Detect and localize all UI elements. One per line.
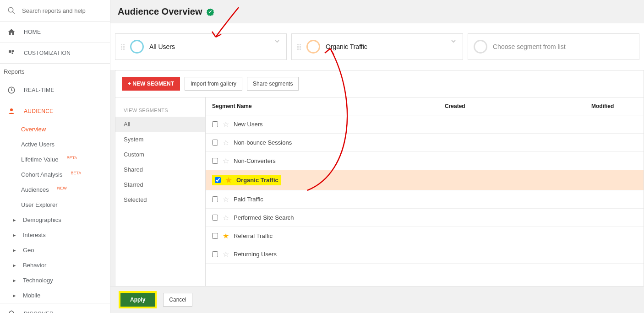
- segment-row[interactable]: ☆Performed Site Search: [206, 209, 644, 227]
- segment-name: New Users: [234, 121, 263, 128]
- svg-point-0: [8, 7, 13, 12]
- col-created: Created: [445, 103, 591, 109]
- new-segment-button[interactable]: + NEW SEGMENT: [122, 77, 180, 91]
- segment-checkbox[interactable]: [212, 121, 218, 127]
- sidebar-item-geo[interactable]: ▸Geo: [0, 243, 110, 258]
- nav-customization[interactable]: CUSTOMIZATION: [0, 43, 110, 64]
- filter-system[interactable]: System: [115, 132, 205, 147]
- segment-name: Organic Traffic: [236, 177, 278, 183]
- star-icon[interactable]: ☆: [223, 250, 229, 259]
- sidebar-item-technology[interactable]: ▸Technology: [0, 273, 110, 288]
- nav-discover[interactable]: DISCOVER: [0, 303, 110, 313]
- sidebar-item-overview[interactable]: Overview: [0, 122, 110, 137]
- nav-home[interactable]: HOME: [0, 22, 110, 43]
- nav-home-label: HOME: [24, 29, 41, 35]
- nav-audience[interactable]: AUDIENCE: [0, 101, 110, 122]
- audience-sublist: OverviewActive UsersLifetime ValueBETACo…: [0, 122, 110, 303]
- star-icon[interactable]: ★: [223, 232, 229, 240]
- sidebar-item-label: Active Users: [21, 141, 55, 148]
- segment-row[interactable]: ★Organic Traffic: [206, 170, 644, 190]
- star-icon[interactable]: ★: [225, 176, 232, 184]
- footer-actions: Apply Cancel: [110, 286, 644, 313]
- segment-checkbox[interactable]: [212, 140, 218, 146]
- segment-card-choose[interactable]: Choose segment from list: [468, 33, 639, 60]
- segment-row[interactable]: ★Referral Traffic: [206, 227, 644, 245]
- segment-row[interactable]: ☆New Users: [206, 115, 644, 134]
- cancel-button[interactable]: Cancel: [163, 293, 192, 307]
- sidebar-item-demographics[interactable]: ▸Demographics: [0, 212, 110, 227]
- caret-right-icon: ▸: [12, 247, 16, 254]
- caret-right-icon: ▸: [12, 292, 16, 299]
- segment-row[interactable]: ☆Non-Converters: [206, 152, 644, 170]
- segment-label: All Users: [149, 43, 175, 50]
- svg-rect-4: [12, 53, 13, 54]
- main: Audience Overview All Users: [110, 0, 644, 313]
- drag-handle-icon: [297, 44, 302, 50]
- sidebar-item-label: Behavior: [23, 262, 46, 269]
- segment-panel: + NEW SEGMENT Import from gallery Share …: [115, 70, 644, 286]
- segment-checkbox[interactable]: [212, 233, 218, 239]
- segment-card-all-users[interactable]: All Users: [115, 33, 287, 60]
- segment-label: Organic Traffic: [326, 43, 367, 50]
- chevron-down-icon: [273, 38, 281, 45]
- caret-right-icon: ▸: [12, 216, 16, 223]
- segment-checkbox[interactable]: [215, 177, 221, 183]
- segment-row[interactable]: ☆Returning Users: [206, 245, 644, 264]
- segment-checkbox[interactable]: [212, 251, 218, 257]
- sidebar-item-user-explorer[interactable]: User Explorer: [0, 197, 110, 212]
- col-segment-name: Segment Name: [212, 103, 445, 109]
- star-icon[interactable]: ☆: [223, 138, 229, 147]
- apply-highlight: Apply: [119, 291, 157, 308]
- search-input[interactable]: [22, 7, 103, 14]
- sidebar-item-mobile[interactable]: ▸Mobile: [0, 288, 110, 303]
- segment-circle-icon: [306, 40, 320, 54]
- star-icon[interactable]: ☆: [223, 120, 229, 129]
- segment-circle-icon: [474, 40, 487, 54]
- drag-handle-icon: [121, 44, 126, 50]
- star-icon[interactable]: ☆: [223, 195, 229, 204]
- segment-name: Referral Traffic: [234, 232, 273, 239]
- sidebar-item-label: Overview: [21, 126, 46, 133]
- sidebar-item-cohort-analysis[interactable]: Cohort AnalysisBETA: [0, 167, 110, 182]
- segment-row[interactable]: ☆Paid Traffic: [206, 190, 644, 209]
- segment-checkbox[interactable]: [212, 215, 218, 221]
- sidebar-item-label: Geo: [23, 247, 34, 254]
- sidebar-item-behavior[interactable]: ▸Behavior: [0, 258, 110, 273]
- segment-card-organic[interactable]: Organic Traffic: [291, 33, 463, 60]
- filter-selected[interactable]: Selected: [115, 192, 205, 207]
- sidebar-item-label: Mobile: [23, 292, 40, 299]
- filter-starred[interactable]: Starred: [115, 177, 205, 192]
- star-icon[interactable]: ☆: [223, 156, 229, 165]
- sidebar-item-label: Demographics: [23, 216, 61, 223]
- segment-row[interactable]: ☆Non-bounce Sessions: [206, 134, 644, 152]
- filter-all[interactable]: All: [115, 117, 205, 132]
- segment-checkbox[interactable]: [212, 158, 218, 164]
- import-gallery-button[interactable]: Import from gallery: [185, 77, 242, 91]
- segment-checkbox[interactable]: [212, 196, 218, 202]
- sidebar-item-audiences[interactable]: AudiencesNEW: [0, 182, 110, 197]
- segment-label: Choose segment from list: [493, 43, 566, 50]
- apply-button[interactable]: Apply: [120, 293, 155, 307]
- nav-realtime[interactable]: REAL-TIME: [0, 80, 110, 101]
- segment-name: Non-Converters: [234, 157, 276, 164]
- sidebar-item-label: Lifetime Value: [21, 156, 58, 163]
- search-icon: [7, 6, 16, 15]
- badge: NEW: [57, 186, 67, 190]
- page-header: Audience Overview: [110, 0, 644, 23]
- filter-shared[interactable]: Shared: [115, 162, 205, 177]
- col-modified: Modified: [591, 103, 637, 109]
- svg-point-6: [10, 108, 13, 111]
- segment-table: Segment Name Created Modified ☆New Users…: [206, 97, 644, 286]
- sidebar-item-lifetime-value[interactable]: Lifetime ValueBETA: [0, 152, 110, 167]
- segment-bar: All Users Organic Traffic Choose segment…: [110, 23, 644, 70]
- svg-rect-3: [12, 50, 14, 52]
- filter-custom[interactable]: Custom: [115, 147, 205, 162]
- home-icon: [7, 28, 16, 36]
- share-segments-button[interactable]: Share segments: [247, 77, 299, 91]
- segment-name: Performed Site Search: [234, 214, 294, 221]
- nav-customization-label: CUSTOMIZATION: [24, 50, 71, 56]
- sidebar-item-label: Technology: [23, 277, 53, 284]
- sidebar-item-active-users[interactable]: Active Users: [0, 137, 110, 152]
- star-icon[interactable]: ☆: [223, 213, 229, 222]
- sidebar-item-interests[interactable]: ▸Interests: [0, 227, 110, 243]
